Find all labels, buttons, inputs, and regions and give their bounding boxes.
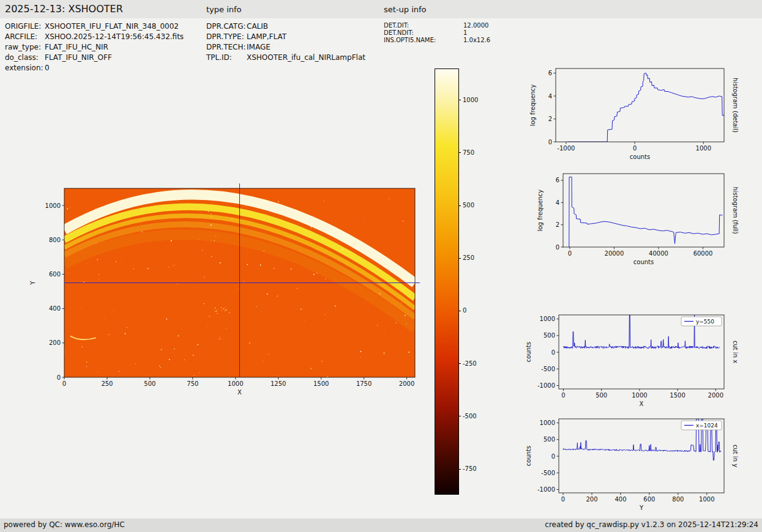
- svg-text:0: 0: [551, 349, 555, 356]
- svg-text:0: 0: [548, 139, 552, 146]
- svg-text:500: 500: [543, 332, 555, 339]
- svg-text:1000: 1000: [632, 392, 647, 399]
- info-label: extension:: [5, 63, 45, 73]
- info-label: raw_type:: [5, 42, 45, 53]
- svg-text:750: 750: [187, 380, 198, 387]
- svg-text:-1000: -1000: [537, 382, 555, 389]
- info-row: DET.NDIT:1: [384, 29, 490, 37]
- svg-text:200: 200: [49, 339, 61, 346]
- cut-in-y-plot: 02004006008001000-1000-50005001000Ycount…: [519, 414, 747, 521]
- info-label: do_class:: [5, 53, 45, 63]
- svg-text:200: 200: [586, 496, 597, 503]
- colorbar-tick-label: 250: [463, 254, 474, 262]
- info-label: DPR.TYPE:: [206, 32, 247, 42]
- svg-text:0: 0: [57, 374, 61, 381]
- svg-text:x=1024: x=1024: [696, 423, 718, 429]
- svg-text:0: 0: [62, 380, 66, 387]
- setup-info-heading: set-up info: [384, 5, 427, 14]
- svg-text:60000: 60000: [693, 250, 713, 257]
- colorbar-tick-mark: [458, 100, 461, 100]
- svg-text:1000: 1000: [45, 202, 61, 209]
- info-label: TPL.ID:: [206, 53, 247, 63]
- svg-text:log frequency: log frequency: [529, 84, 536, 127]
- svg-text:500: 500: [596, 392, 607, 399]
- info-value: 12.0000: [463, 22, 488, 29]
- svg-text:-1000: -1000: [537, 486, 555, 493]
- svg-text:1000: 1000: [540, 316, 555, 322]
- info-row: DPR.TYPE:LAMP,FLAT: [206, 32, 365, 42]
- svg-text:histogram (full): histogram (full): [732, 187, 739, 234]
- svg-text:4: 4: [556, 199, 559, 206]
- svg-text:-1000: -1000: [557, 145, 575, 152]
- colorbar-tick-label: -250: [463, 360, 477, 368]
- cut-in-x-plot: 0500100015002000-1000-50005001000Xcounts…: [519, 310, 747, 417]
- svg-text:250: 250: [101, 380, 113, 387]
- footer-bar: powered by QC: www.eso.org/HC created by…: [0, 519, 762, 532]
- svg-text:counts: counts: [630, 153, 650, 160]
- svg-text:-500: -500: [541, 366, 555, 372]
- svg-text:0: 0: [561, 496, 565, 503]
- colorbar-tick-mark: [458, 363, 461, 364]
- info-value: XSHOO.2025-12-14T19:56:45.432.fits: [45, 32, 184, 42]
- file-info-block: ORIGFILE:XSHOOTER_IFU_FLAT_NIR_348_0002 …: [5, 21, 184, 73]
- svg-text:0: 0: [633, 145, 637, 152]
- svg-text:counts: counts: [633, 259, 654, 265]
- info-value: CALIB: [247, 21, 268, 32]
- svg-text:1250: 1250: [271, 380, 286, 387]
- svg-text:X: X: [237, 389, 242, 396]
- info-row: INS.OPTI5.NAME:1.0x12.6: [384, 37, 490, 44]
- svg-text:1500: 1500: [670, 392, 685, 399]
- svg-text:0: 0: [551, 453, 555, 460]
- info-row: DPR.TECH:IMAGE: [206, 42, 365, 53]
- svg-text:1750: 1750: [356, 380, 372, 387]
- info-row: TPL.ID:XSHOOTER_ifu_cal_NIRLampFlat: [206, 53, 365, 63]
- info-value: FLAT_IFU_NIR_OFF: [45, 53, 112, 63]
- svg-text:800: 800: [672, 496, 684, 503]
- svg-text:counts: counts: [525, 446, 532, 466]
- detector-image-plot: 0250500750100012501500175020000200400600…: [0, 171, 484, 416]
- colorbar-tick-label: 750: [463, 149, 474, 157]
- colorbar-tick-label: 500: [463, 201, 474, 210]
- svg-text:2: 2: [556, 221, 559, 228]
- info-row: ORIGFILE:XSHOOTER_IFU_FLAT_NIR_348_0002: [5, 21, 184, 32]
- colorbar: [435, 68, 459, 495]
- colorbar-tick-mark: [458, 205, 461, 206]
- colorbar-tick-label: -500: [463, 412, 477, 421]
- svg-text:Y: Y: [639, 504, 644, 511]
- svg-text:1000: 1000: [228, 380, 243, 387]
- setup-info-block: DET.DIT:12.0000 DET.NDIT:1 INS.OPTI5.NAM…: [384, 22, 490, 44]
- info-row: raw_type:FLAT_IFU_HC_NIR: [5, 42, 184, 53]
- info-row: DPR.CATG:CALIB: [206, 21, 365, 32]
- colorbar-tick-mark: [458, 258, 461, 259]
- svg-text:histogram (detail): histogram (detail): [732, 78, 739, 133]
- page-title: 2025-12-13: XSHOOTER: [5, 3, 123, 15]
- svg-text:400: 400: [614, 496, 626, 503]
- info-row: extension:0: [5, 63, 184, 73]
- info-label: DET.DIT:: [384, 22, 463, 29]
- svg-text:Y: Y: [29, 281, 36, 286]
- svg-text:1500: 1500: [313, 380, 329, 387]
- svg-text:800: 800: [49, 237, 61, 243]
- info-value: 1: [463, 29, 467, 37]
- svg-text:20000: 20000: [605, 250, 624, 257]
- svg-text:600: 600: [49, 271, 61, 278]
- type-info-block: DPR.CATG:CALIB DPR.TYPE:LAMP,FLAT DPR.TE…: [206, 21, 365, 63]
- svg-text:cut in x: cut in x: [732, 341, 739, 363]
- colorbar-tick-mark: [458, 469, 461, 470]
- svg-text:cut in y: cut in y: [732, 445, 739, 467]
- info-label: DPR.TECH:: [206, 42, 247, 53]
- info-value: 0: [45, 63, 50, 73]
- svg-text:1000: 1000: [540, 419, 555, 426]
- info-row: do_class:FLAT_IFU_NIR_OFF: [5, 53, 184, 63]
- svg-text:1000: 1000: [696, 145, 711, 152]
- type-info-heading: type info: [206, 5, 242, 14]
- info-label: DET.NDIT:: [384, 29, 463, 37]
- svg-text:0: 0: [556, 244, 559, 251]
- info-label: ORIGFILE:: [5, 21, 45, 32]
- svg-text:-500: -500: [541, 470, 555, 476]
- colorbar-tick-label: 1000: [463, 96, 478, 105]
- footer-created-by: created by qc_rawdisp.py v1.2.3 on 2025-…: [545, 520, 758, 529]
- svg-text:1000: 1000: [699, 496, 714, 503]
- svg-text:y=550: y=550: [696, 319, 714, 325]
- svg-text:0: 0: [561, 392, 565, 399]
